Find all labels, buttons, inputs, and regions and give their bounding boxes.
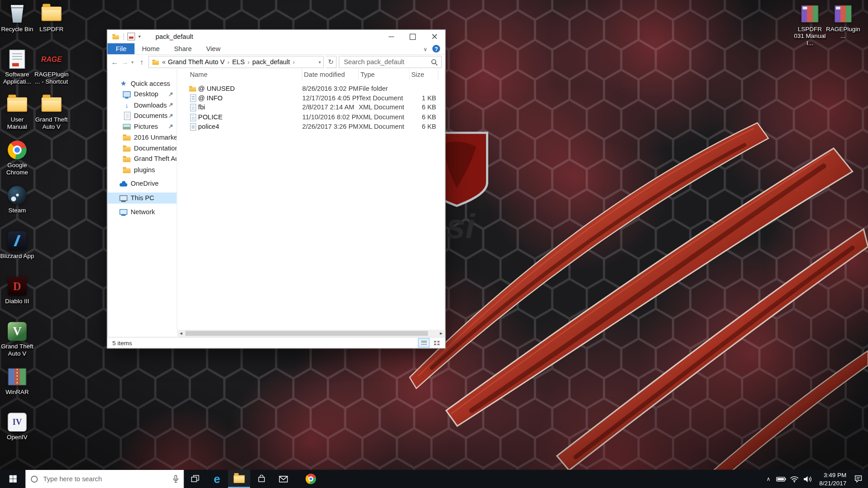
window-title: pack_default [156, 30, 193, 43]
file-row[interactable]: fbi 2/8/2017 2:14 AM XML Document 6 KB [177, 103, 445, 112]
back-button[interactable]: ← [111, 58, 119, 66]
tab-view[interactable]: View [199, 43, 227, 54]
desktop-icon-blizzard-app[interactable]: Blizzard App [0, 230, 34, 259]
ribbon-expand-icon[interactable]: ∨ [423, 46, 427, 52]
refresh-button[interactable]: ↻ [326, 56, 337, 68]
help-icon[interactable]: ? [432, 45, 440, 52]
mail-envelope-icon [279, 475, 288, 482]
taskbar-search[interactable] [25, 470, 184, 488]
taskbar-search-input[interactable] [42, 474, 169, 483]
titlebar[interactable]: ▾ pack_default [108, 30, 445, 43]
folder-icon [123, 165, 132, 174]
breadcrumb-separator-icon: › [292, 59, 296, 66]
store-button[interactable] [250, 470, 272, 488]
file-row[interactable]: POLICE 11/10/2016 8:02 PM XML Document 6… [177, 113, 445, 122]
sidebar-item-desktop[interactable]: Desktop [108, 89, 177, 100]
volume-icon[interactable] [801, 475, 814, 483]
edge-button[interactable]: e [206, 470, 228, 488]
winrar-icon [0, 366, 34, 388]
horizontal-scrollbar[interactable]: ◄ ► [177, 330, 445, 337]
desktop-icon-software-application[interactable]: Software Applicati... [0, 49, 34, 85]
file-explorer-button[interactable] [228, 470, 250, 488]
qat-properties-icon[interactable] [127, 33, 135, 40]
sidebar-item-quick-access[interactable]: ★ Quick access [108, 78, 177, 89]
breadcrumb-overflow-button[interactable]: « [161, 58, 166, 66]
tray-expand-icon[interactable]: ∧ [762, 476, 774, 482]
desktop-icon-rageplugin-shortcut[interactable]: RAGE RAGEPlugin... - Shortcut [34, 49, 69, 85]
file-row[interactable]: @ UNUSED 8/26/2016 3:02 PM File folder [177, 84, 445, 93]
pin-icon [168, 124, 173, 129]
address-dropdown-icon[interactable]: ▾ [319, 60, 321, 65]
thumbnails-view-button[interactable] [431, 338, 443, 347]
sidebar-item-documentation[interactable]: Documentation and [108, 143, 177, 154]
desktop-icon-rageplugin-archive[interactable]: RAGEPlugin... [826, 3, 860, 40]
desktop-icon-diablo-3[interactable]: D Diablo III [0, 276, 34, 305]
qat-customize-chevron-icon[interactable]: ▾ [138, 34, 141, 39]
desktop-icon-lspdfr-manual-archive[interactable]: LSPDFR 031 Manual I... [793, 3, 827, 47]
scrollbar-thumb[interactable] [185, 331, 428, 336]
search-icon[interactable] [431, 58, 438, 66]
documents-icon [123, 111, 132, 120]
sidebar-item-network[interactable]: Network [108, 206, 177, 217]
task-view-button[interactable] [184, 470, 206, 488]
taskbar-clock[interactable]: 3:49 PM 8/21/2017 [814, 471, 851, 487]
desktop-icon-winrar[interactable]: WinRAR [0, 366, 34, 396]
scroll-right-icon[interactable]: ► [437, 330, 445, 337]
start-button[interactable] [0, 470, 25, 488]
close-button[interactable] [424, 30, 445, 43]
status-bar: 5 items [108, 337, 445, 348]
tab-file[interactable]: File [108, 43, 135, 54]
cortana-icon [30, 475, 38, 483]
details-view-button[interactable] [418, 338, 429, 347]
search-box[interactable] [339, 56, 442, 68]
sidebar-item-2016-unmarked[interactable]: 2016 Unmarked Dod [108, 132, 177, 143]
sidebar-item-onedrive[interactable]: OneDrive [108, 178, 177, 189]
recent-locations-chevron-icon[interactable]: ▾ [131, 60, 136, 65]
desktop-icon-user-manual[interactable]: User Manual [0, 94, 34, 131]
battery-icon[interactable] [774, 476, 788, 482]
tab-share[interactable]: Share [167, 43, 199, 54]
breadcrumb-item[interactable]: Grand Theft Auto V [168, 58, 225, 66]
action-center-button[interactable] [851, 475, 864, 483]
sidebar-item-plugins[interactable]: plugins [108, 164, 177, 175]
column-header-type[interactable]: Type [359, 69, 410, 80]
desktop-icon-steam[interactable]: Steam [0, 185, 34, 214]
minimize-button[interactable] [380, 30, 402, 43]
sidebar-item-gtav[interactable]: Grand Theft Auto V [108, 154, 177, 164]
scroll-left-icon[interactable]: ◄ [177, 330, 185, 337]
column-header-modified[interactable]: Date modified [302, 69, 359, 80]
desktop-icon-gtav-game[interactable]: V Grand Theft Auto V [0, 321, 34, 357]
desktop-icon-recycle-bin[interactable]: Recycle Bin [0, 3, 34, 33]
desktop-icon-gtav-folder[interactable]: Grand Theft Auto V [34, 94, 69, 131]
up-button[interactable]: ↑ [138, 58, 146, 66]
sidebar-item-pictures[interactable]: Pictures [108, 121, 177, 132]
breadcrumb-item[interactable]: pack_default [252, 58, 290, 66]
maximize-button[interactable] [402, 30, 424, 43]
navigation-pane: ★ Quick access Desktop ↓ Downloads Docum… [108, 69, 177, 330]
scrollbar-track[interactable] [185, 330, 437, 337]
desktop-icon-lspdfr[interactable]: LSPDFR [34, 3, 69, 33]
chrome-icon [305, 474, 316, 484]
desktop-icon-google-chrome[interactable]: Google Chrome [0, 140, 34, 176]
mail-button[interactable] [272, 470, 294, 488]
column-header-name[interactable]: Name [188, 69, 302, 80]
chrome-icon [0, 140, 34, 161]
search-input[interactable] [343, 57, 431, 66]
sidebar-item-this-pc[interactable]: This PC [108, 192, 177, 203]
tab-home[interactable]: Home [135, 43, 167, 54]
sidebar-item-documents[interactable]: Documents [108, 110, 177, 121]
maximize-icon [410, 33, 415, 39]
column-header-size[interactable]: Size [410, 69, 439, 80]
desktop-icon-openiv[interactable]: IV OpenIV [0, 412, 34, 441]
sidebar-item-downloads[interactable]: ↓ Downloads [108, 99, 177, 110]
microphone-icon[interactable] [173, 475, 179, 483]
forward-button[interactable]: → [121, 58, 129, 66]
taskbar: e ∧ 3:49 PM 8/21/2017 [0, 470, 868, 488]
chrome-button[interactable] [299, 470, 321, 488]
file-explorer-window: ▾ pack_default File Home Share View ∨ ? … [107, 29, 445, 349]
file-row[interactable]: @ INFO 12/17/2016 4:05 PM Text Document … [177, 93, 445, 103]
network-wifi-icon[interactable] [788, 475, 801, 482]
breadcrumb-item[interactable]: ELS [232, 58, 245, 66]
file-row[interactable]: police4 2/26/2017 3:26 PM XML Document 6… [177, 122, 445, 131]
address-bar[interactable]: « Grand Theft Auto V › ELS › pack_defaul… [148, 56, 324, 68]
